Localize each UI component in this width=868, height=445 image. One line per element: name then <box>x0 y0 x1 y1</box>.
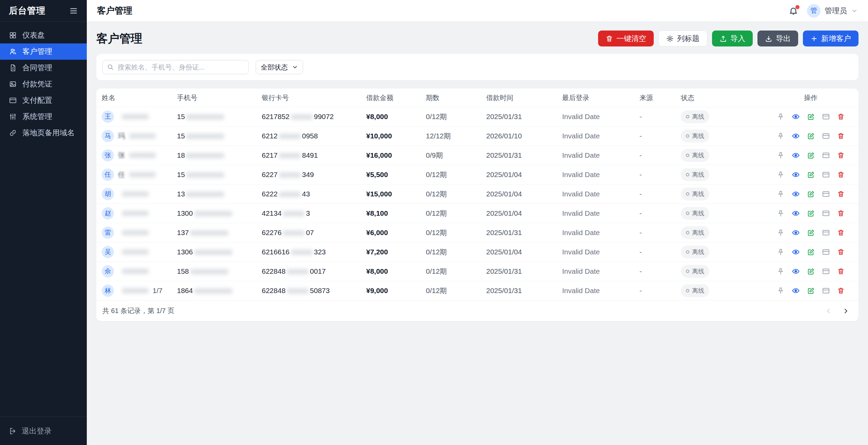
card-button[interactable] <box>822 132 830 140</box>
view-button[interactable] <box>792 267 800 275</box>
pin-button[interactable] <box>777 190 785 198</box>
status-badge: 离线 <box>681 207 709 220</box>
sidebar-item-system[interactable]: 系统管理 <box>0 109 87 125</box>
delete-button[interactable] <box>837 248 845 256</box>
sidebar-item-contracts[interactable]: 合同管理 <box>0 60 87 76</box>
prev-page-button[interactable] <box>822 304 835 318</box>
view-button[interactable] <box>792 151 800 159</box>
table-row[interactable]: 佘 158 6228480017 ¥8,000 0/12期 2025/01/31… <box>96 262 859 281</box>
search-input[interactable] <box>102 60 249 74</box>
sidebar-item-payment-config[interactable]: 支付配置 <box>0 92 87 109</box>
edit-icon <box>807 190 815 198</box>
view-button[interactable] <box>792 287 800 295</box>
eye-icon <box>792 113 800 121</box>
view-button[interactable] <box>792 248 800 256</box>
credit-card-icon <box>822 248 830 256</box>
card-button[interactable] <box>822 190 830 198</box>
sidebar-item-dashboard[interactable]: 仪表盘 <box>0 27 87 43</box>
pin-button[interactable] <box>777 171 785 179</box>
redacted-name <box>129 133 156 139</box>
view-button[interactable] <box>792 229 800 237</box>
edit-button[interactable] <box>807 229 815 237</box>
user-menu[interactable]: 管 管理员 <box>807 4 858 18</box>
status-select[interactable]: 全部状态 <box>256 60 303 74</box>
table-row[interactable]: 任 任 15 6227349 ¥5,500 0/12期 2025/01/04 I… <box>96 165 859 184</box>
clear-all-button[interactable]: 一键清空 <box>598 31 654 46</box>
edit-button[interactable] <box>807 268 815 275</box>
pin-button[interactable] <box>777 113 785 121</box>
status-label: 离线 <box>692 132 704 140</box>
edit-button[interactable] <box>807 113 815 121</box>
notifications-button[interactable] <box>789 6 798 16</box>
delete-button[interactable] <box>837 229 845 236</box>
card-button[interactable] <box>822 267 830 275</box>
cell-periods: 0/12期 <box>426 228 486 237</box>
view-button[interactable] <box>792 113 800 121</box>
hamburger-menu-icon[interactable] <box>69 6 78 15</box>
card-button[interactable] <box>822 151 830 159</box>
logout-button[interactable]: 退出登录 <box>0 417 87 445</box>
add-customer-button[interactable]: 新增客户 <box>803 31 859 46</box>
delete-button[interactable] <box>837 113 845 120</box>
cell-source: - <box>639 151 681 159</box>
sidebar-item-customers[interactable]: 客户管理 <box>0 43 87 60</box>
content: 客户管理 一键清空 列标题 导入 导出 <box>87 22 868 445</box>
import-button[interactable]: 导入 <box>712 31 753 46</box>
card-button[interactable] <box>822 287 830 295</box>
pin-button[interactable] <box>777 229 785 237</box>
edit-button[interactable] <box>807 210 815 217</box>
cell-periods: 0/12期 <box>426 286 486 295</box>
view-button[interactable] <box>792 209 800 217</box>
card-button[interactable] <box>822 171 830 179</box>
table-row[interactable]: 胡 13 622243 ¥15,000 0/12期 2025/01/04 Inv… <box>96 184 859 204</box>
delete-button[interactable] <box>837 152 845 159</box>
credit-card-icon <box>822 171 830 179</box>
pin-button[interactable] <box>777 268 785 275</box>
delete-button[interactable] <box>837 210 845 217</box>
card-button[interactable] <box>822 248 830 256</box>
table-row[interactable]: 雷 137 6227607 ¥6,000 0/12期 2025/01/31 In… <box>96 223 859 242</box>
edit-button[interactable] <box>807 152 815 159</box>
pin-icon <box>777 152 785 159</box>
card-button[interactable] <box>822 113 830 121</box>
edit-button[interactable] <box>807 132 815 140</box>
edit-button[interactable] <box>807 190 815 198</box>
table-row[interactable]: 马 玛 15 62120958 ¥10,000 12/12期 2026/01/1… <box>96 126 859 146</box>
table-row[interactable]: 赵 1300 421343 ¥8,100 0/12期 2025/01/04 In… <box>96 204 859 223</box>
export-label: 导出 <box>776 34 791 44</box>
card-button[interactable] <box>822 209 830 217</box>
delete-button[interactable] <box>837 268 845 275</box>
sidebar-item-payment-vouchers[interactable]: 付款凭证 <box>0 76 87 92</box>
column-header: 状态 <box>681 93 768 102</box>
edit-button[interactable] <box>807 171 815 179</box>
pin-button[interactable] <box>777 287 785 295</box>
table-row[interactable]: 林 1/7 1864 62284850873 ¥9,000 0/12期 2025… <box>96 281 859 300</box>
edit-button[interactable] <box>807 287 815 295</box>
pin-button[interactable] <box>777 210 785 217</box>
view-button[interactable] <box>792 171 800 179</box>
edit-button[interactable] <box>807 248 815 256</box>
delete-button[interactable] <box>837 190 845 198</box>
cell-source: - <box>639 287 681 295</box>
delete-button[interactable] <box>837 171 845 178</box>
delete-button[interactable] <box>837 132 845 140</box>
view-button[interactable] <box>792 190 800 198</box>
next-page-button[interactable] <box>839 304 852 318</box>
pin-button[interactable] <box>777 152 785 159</box>
pin-button[interactable] <box>777 132 785 140</box>
export-button[interactable]: 导出 <box>757 31 798 46</box>
sidebar-item-landing-domains[interactable]: 落地页备用域名 <box>0 125 87 141</box>
delete-button[interactable] <box>837 287 845 294</box>
card-button[interactable] <box>822 229 830 237</box>
table-row[interactable]: 张 张 18 62178491 ¥16,000 0/9期 2025/01/31 … <box>96 146 859 165</box>
column-header: 期数 <box>426 93 486 102</box>
table-row[interactable]: 吴 1306 6216616323 ¥7,200 0/12期 2025/01/0… <box>96 242 859 262</box>
column-titles-button[interactable]: 列标题 <box>658 31 707 46</box>
table-row[interactable]: 王 15 621785299072 ¥8,000 0/12期 2025/01/3… <box>96 107 859 126</box>
phone-visible-fragment: 15 <box>177 132 185 140</box>
cell-loan-date: 2025/01/04 <box>486 171 562 179</box>
topbar-right: 管 管理员 <box>789 4 858 18</box>
pin-button[interactable] <box>777 248 785 256</box>
cell-bank-card: 6227607 <box>262 229 366 237</box>
view-button[interactable] <box>792 132 800 140</box>
